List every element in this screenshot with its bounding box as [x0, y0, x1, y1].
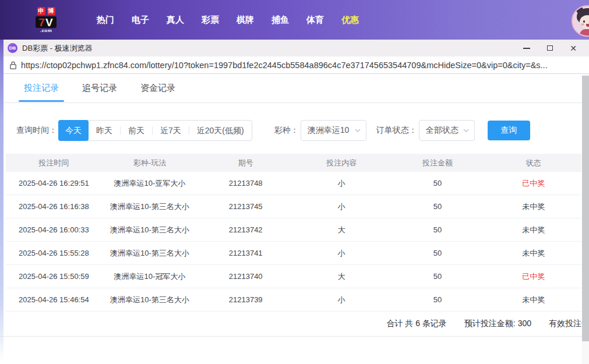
cell-game: 澳洲幸运10-第三名大小 [102, 248, 198, 259]
cell-issue: 21213739 [197, 295, 294, 304]
time-option-daybefore[interactable]: 前天 [121, 121, 152, 140]
cell-time: 2025-04-26 15:46:54 [6, 295, 102, 304]
lottery-label: 彩种： [274, 125, 299, 136]
logo-badge-2: 博 [47, 7, 55, 15]
summary-bar: 合计 共 6 条记录 预计投注金额: 300 有效投注金 [0, 312, 589, 337]
cell-game: 澳洲幸运10-第三名大小 [102, 295, 198, 305]
nav-item-promo[interactable]: 优惠 [333, 15, 368, 26]
close-button[interactable]: ✕ [562, 40, 585, 56]
tab-chase-records[interactable]: 追号记录 [77, 74, 122, 103]
search-button[interactable]: 查询 [488, 121, 530, 140]
avatar-art [583, 20, 585, 23]
cell-issue: 21213745 [197, 202, 294, 211]
cell-content: 小 [294, 178, 390, 189]
cell-issue: 21213742 [197, 225, 294, 234]
chevron-down-icon [463, 129, 469, 132]
vertical-scrollbar[interactable] [582, 74, 589, 364]
cell-amount: 50 [390, 249, 486, 257]
query-time-label: 查询时间： [16, 125, 57, 136]
lottery-select[interactable]: 澳洲幸运10 [301, 120, 366, 141]
cell-status: 未中奖 [485, 225, 581, 235]
col-header-time: 投注时间 [6, 158, 102, 168]
time-option-20days[interactable]: 近20天(低频) [189, 121, 252, 140]
tab-bar: 投注记录 追号记录 资金记录 [0, 74, 589, 103]
col-header-content: 投注内容 [294, 158, 390, 168]
table-body: 2025-04-26 16:29:51澳洲幸运10-亚军大小21213748小5… [6, 172, 581, 312]
time-option-yesterday[interactable]: 昨天 [89, 121, 120, 140]
tab-fund-records[interactable]: 资金记录 [135, 74, 181, 103]
nav-item-slots[interactable]: 电子 [123, 15, 158, 26]
order-status-select[interactable]: 全部状态 [419, 120, 475, 141]
logo-7v: 7V [36, 16, 56, 28]
lottery-select-value: 澳洲幸运10 [308, 125, 350, 136]
nav-item-hot[interactable]: 热门 [88, 15, 123, 26]
url-bar: https://ctop02pchwp1.zfnc84.com/lottery/… [0, 56, 589, 74]
cell-time: 2025-04-26 16:16:38 [6, 202, 102, 211]
nav-item-lottery[interactable]: 彩票 [193, 15, 228, 26]
cell-content: 小 [294, 202, 390, 212]
order-status-value: 全部状态 [426, 125, 458, 136]
cell-issue: 21213741 [197, 249, 294, 257]
maximize-button[interactable] [538, 40, 562, 56]
cell-content: 大 [294, 271, 390, 282]
avatar-art [586, 24, 589, 27]
cell-status: 已中奖 [485, 271, 581, 282]
cell-game: 澳洲幸运10-第三名大小 [102, 225, 198, 235]
tab-bet-records[interactable]: 投注记录 [19, 74, 64, 103]
site-header: 申 博 7V .com 热门 电子 真人 彩票 棋牌 捕鱼 体育 优惠 [0, 0, 589, 40]
cell-time: 2025-04-26 16:00:33 [6, 225, 102, 234]
url-text[interactable]: https://ctop02pchwp1.zfnc84.com/lottery/… [21, 61, 548, 70]
cell-amount: 50 [390, 179, 486, 188]
cell-status: 未中奖 [485, 248, 581, 259]
cell-amount: 50 [390, 202, 486, 211]
summary-estimated: 预计投注金额: 300 [464, 319, 531, 329]
browser-app-icon: DB [8, 43, 17, 53]
main-nav: 热门 电子 真人 彩票 棋牌 捕鱼 体育 优惠 [88, 15, 368, 26]
logo-v: V [45, 16, 54, 29]
scrollbar-thumb[interactable] [582, 76, 589, 341]
window-title: DB彩票 - 极速浏览器 [22, 43, 93, 54]
close-icon: ✕ [570, 44, 577, 52]
cell-time: 2025-04-26 15:55:28 [6, 249, 102, 257]
nav-item-live[interactable]: 真人 [158, 15, 193, 26]
order-status-label: 订单状态： [376, 125, 417, 136]
cell-game: 澳洲幸运10-亚军大小 [102, 178, 198, 189]
cell-amount: 50 [390, 225, 486, 234]
maximize-icon [547, 45, 553, 51]
time-option-today[interactable]: 今天 [58, 120, 89, 141]
user-avatar[interactable] [572, 5, 589, 37]
minimize-icon [523, 48, 530, 49]
table-header-row: 投注时间 彩种-玩法 期号 投注内容 投注金额 状态 [6, 154, 581, 172]
cell-time: 2025-04-26 15:50:59 [6, 272, 102, 281]
bet-records-table: 投注时间 彩种-玩法 期号 投注内容 投注金额 状态 2025-04-26 16… [6, 154, 581, 312]
cell-content: 小 [294, 248, 390, 259]
cell-time: 2025-04-26 16:29:51 [6, 179, 102, 188]
cell-content: 小 [294, 295, 390, 305]
nav-item-fishing[interactable]: 捕鱼 [263, 15, 298, 26]
table-row: 2025-04-26 15:46:54澳洲幸运10-第三名大小21213739小… [6, 288, 581, 312]
site-logo[interactable]: 申 博 7V .com [27, 7, 65, 33]
filter-bar: 查询时间： 今天 昨天 前天 近7天 近20天(低频) 彩种： 澳洲幸运10 订… [0, 120, 589, 141]
cell-status: 未中奖 [485, 202, 581, 212]
cell-status: 已中奖 [485, 178, 581, 189]
avatar-art [580, 29, 589, 37]
cell-content: 大 [294, 225, 390, 235]
table-row: 2025-04-26 15:50:59澳洲幸运10-冠军大小21213740大5… [6, 265, 581, 288]
table-row: 2025-04-26 16:16:38澳洲幸运10-第三名大小21213745小… [6, 195, 581, 218]
table-row: 2025-04-26 15:55:28澳洲幸运10-第三名大小21213741小… [6, 242, 581, 265]
table-row: 2025-04-26 16:00:33澳洲幸运10-第三名大小21213742大… [6, 218, 581, 242]
col-header-issue: 期号 [197, 158, 294, 168]
cell-status: 未中奖 [485, 295, 581, 305]
nav-item-sports[interactable]: 体育 [298, 15, 333, 26]
logo-com: .com [40, 29, 52, 33]
page-edge-strip [0, 40, 3, 361]
window-controls: ✕ [515, 40, 585, 56]
time-option-7days[interactable]: 近7天 [153, 121, 189, 140]
cell-issue: 21213740 [197, 272, 294, 281]
col-header-status: 状态 [485, 158, 581, 168]
nav-item-cards[interactable]: 棋牌 [228, 15, 263, 26]
lock-icon [10, 61, 16, 69]
avatar-art [581, 23, 584, 26]
minimize-button[interactable] [515, 40, 538, 56]
cell-game: 澳洲幸运10-第三名大小 [102, 202, 198, 212]
